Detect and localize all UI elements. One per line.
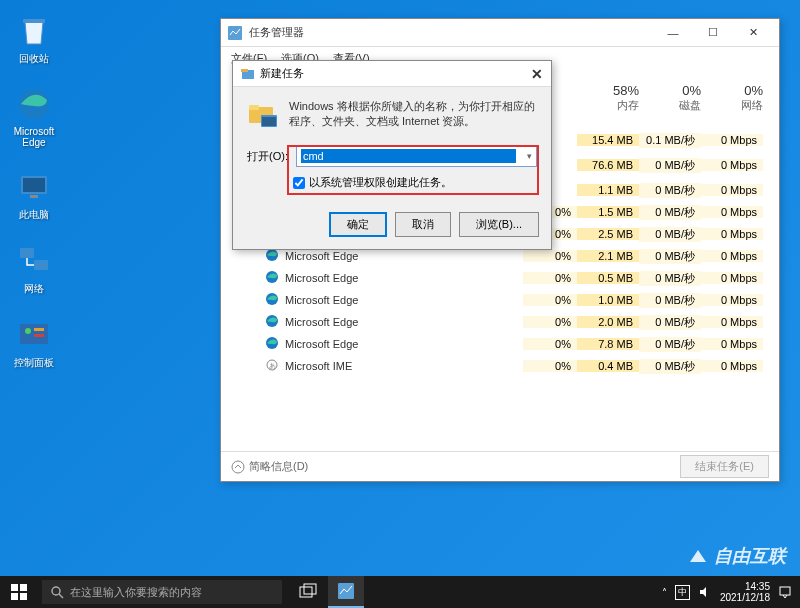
process-network: 0 Mbps <box>701 250 763 262</box>
dialog-title: 新建任务 <box>260 66 304 81</box>
svg-rect-9 <box>34 328 44 331</box>
process-row[interactable]: Microsoft Edge0%0.5 MB0 MB/秒0 Mbps <box>253 267 763 289</box>
process-name: Microsoft IME <box>285 360 523 372</box>
browse-button[interactable]: 浏览(B)... <box>459 212 539 237</box>
process-disk: 0 MB/秒 <box>639 227 701 242</box>
process-icon <box>265 292 281 308</box>
desktop-icon-label: 此电脑 <box>19 208 49 222</box>
task-manager-icon <box>227 25 243 41</box>
process-disk: 0 MB/秒 <box>639 337 701 352</box>
process-cpu: 0% <box>523 272 577 284</box>
header-disk[interactable]: 0% 磁盘 <box>639 83 701 113</box>
cancel-button[interactable]: 取消 <box>395 212 451 237</box>
process-network: 0 Mbps <box>701 316 763 328</box>
svg-rect-4 <box>30 195 38 198</box>
process-memory: 15.4 MB <box>577 134 639 146</box>
desktop-icon-edge[interactable]: Microsoft Edge <box>8 84 60 148</box>
tray-volume-icon[interactable] <box>698 585 712 599</box>
process-memory: 1.5 MB <box>577 206 639 218</box>
folder-run-icon <box>247 99 279 131</box>
process-row[interactable]: Microsoft Edge0%7.8 MB0 MB/秒0 Mbps <box>253 333 763 355</box>
run-dialog: 新建任务 ✕ Windows 将根据你所键入的名称，为你打开相应的程序、文件夹、… <box>232 60 552 250</box>
taskbar-search[interactable]: 在这里输入你要搜索的内容 <box>42 580 282 604</box>
process-cpu: 0% <box>523 316 577 328</box>
close-button[interactable]: ✕ <box>733 20 773 46</box>
task-view-icon <box>299 583 317 601</box>
column-headers: 58% 内存 0% 磁盘 0% 网络 <box>577 83 763 113</box>
tray-ime-icon[interactable]: 中 <box>675 585 690 600</box>
search-icon <box>50 585 64 599</box>
open-combobox[interactable]: ▾ <box>296 145 537 167</box>
process-memory: 76.6 MB <box>577 159 639 171</box>
process-memory: 2.1 MB <box>577 250 639 262</box>
dialog-description: Windows 将根据你所键入的名称，为你打开相应的程序、文件夹、文档或 Int… <box>289 99 537 131</box>
process-disk: 0 MB/秒 <box>639 293 701 308</box>
process-name: Microsoft Edge <box>285 316 523 328</box>
run-dialog-icon <box>241 67 255 81</box>
desktop-icon-this-pc[interactable]: 此电脑 <box>8 166 60 222</box>
desktop-icon-network[interactable]: 网络 <box>8 240 60 296</box>
brief-info-toggle[interactable]: 简略信息(D) <box>231 459 308 474</box>
chevron-up-icon <box>231 460 245 474</box>
process-name: Microsoft Edge <box>285 294 523 306</box>
open-input[interactable] <box>301 149 516 163</box>
process-name: Microsoft Edge <box>285 272 523 284</box>
process-network: 0 Mbps <box>701 134 763 146</box>
search-placeholder: 在这里输入你要搜索的内容 <box>70 585 202 600</box>
process-memory: 1.1 MB <box>577 184 639 196</box>
desktop-icon-control-panel[interactable]: 控制面板 <box>8 314 60 370</box>
taskbar-item-taskmgr[interactable] <box>328 576 364 608</box>
process-disk: 0 MB/秒 <box>639 315 701 330</box>
svg-point-8 <box>25 328 31 334</box>
svg-rect-0 <box>23 19 45 23</box>
process-network: 0 Mbps <box>701 159 763 171</box>
ok-button[interactable]: 确定 <box>329 212 387 237</box>
svg-rect-3 <box>23 178 45 192</box>
dropdown-icon[interactable]: ▾ <box>527 151 532 161</box>
process-disk: 0 MB/秒 <box>639 205 701 220</box>
process-row[interactable]: あMicrosoft IME0%0.4 MB0 MB/秒0 Mbps <box>253 355 763 377</box>
process-row[interactable]: Microsoft Edge0%2.0 MB0 MB/秒0 Mbps <box>253 311 763 333</box>
process-memory: 1.0 MB <box>577 294 639 306</box>
desktop-icon-recycle-bin[interactable]: 回收站 <box>8 10 60 66</box>
svg-point-22 <box>232 461 244 473</box>
recycle-bin-icon <box>16 12 52 48</box>
process-disk: 0 MB/秒 <box>639 359 701 374</box>
svg-rect-6 <box>34 260 48 270</box>
process-network: 0 Mbps <box>701 206 763 218</box>
desktop-icon-label: 回收站 <box>19 52 49 66</box>
svg-rect-24 <box>241 69 248 72</box>
dialog-titlebar[interactable]: 新建任务 ✕ <box>233 61 551 87</box>
header-memory[interactable]: 58% 内存 <box>577 83 639 113</box>
svg-rect-35 <box>304 584 316 594</box>
start-button[interactable] <box>0 576 38 608</box>
task-manager-footer: 简略信息(D) 结束任务(E) <box>221 451 779 481</box>
process-disk: 0.1 MB/秒 <box>639 133 701 148</box>
end-task-button[interactable]: 结束任务(E) <box>680 455 769 478</box>
dialog-close-button[interactable]: ✕ <box>531 66 543 82</box>
maximize-button[interactable]: ☐ <box>693 20 733 46</box>
process-memory: 7.8 MB <box>577 338 639 350</box>
process-cpu: 0% <box>523 250 577 262</box>
admin-checkbox[interactable] <box>293 177 305 189</box>
desktop-icon-label: Microsoft Edge <box>8 126 60 148</box>
process-cpu: 0% <box>523 338 577 350</box>
titlebar[interactable]: 任务管理器 — ☐ ✕ <box>221 19 779 47</box>
header-network[interactable]: 0% 网络 <box>701 83 763 113</box>
process-icon <box>265 270 281 286</box>
process-row[interactable]: Microsoft Edge0%1.0 MB0 MB/秒0 Mbps <box>253 289 763 311</box>
process-network: 0 Mbps <box>701 338 763 350</box>
minimize-button[interactable]: — <box>653 20 693 46</box>
task-view-button[interactable] <box>290 576 326 608</box>
desktop-icons: 回收站 Microsoft Edge 此电脑 网络 控制面板 <box>8 10 60 370</box>
notification-icon[interactable] <box>778 585 792 599</box>
taskbar-clock[interactable]: 14:35 2021/12/18 <box>720 581 770 603</box>
tray-chevron-icon[interactable]: ˄ <box>662 587 667 598</box>
process-memory: 0.5 MB <box>577 272 639 284</box>
process-network: 0 Mbps <box>701 228 763 240</box>
process-memory: 2.0 MB <box>577 316 639 328</box>
process-memory: 0.4 MB <box>577 360 639 372</box>
svg-rect-29 <box>11 584 18 591</box>
process-name: Microsoft Edge <box>285 250 523 262</box>
watermark: 自由互联 <box>686 544 786 568</box>
